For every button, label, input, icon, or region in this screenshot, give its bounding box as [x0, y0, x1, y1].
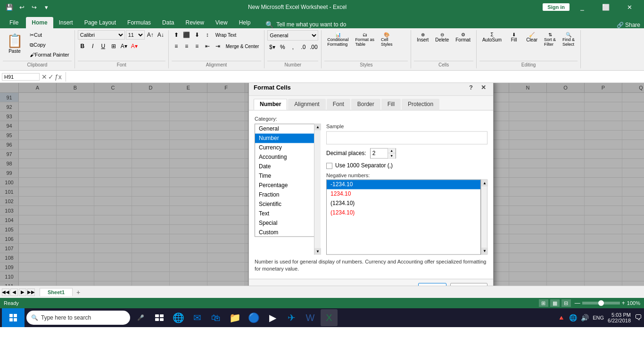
confirm-formula-btn[interactable]: ✓ — [48, 73, 54, 81]
excel-taskbar-icon[interactable]: X — [321, 309, 338, 326]
merge-center-button[interactable]: Merge & Center — [223, 41, 262, 51]
close-button[interactable]: ✕ — [619, 0, 640, 14]
dialog-tab-border[interactable]: Border — [351, 99, 380, 110]
fill-btn[interactable]: ⬇ Fill — [505, 30, 522, 44]
format-btn[interactable]: ⚙ Format — [453, 30, 473, 44]
start-button[interactable] — [2, 308, 25, 327]
edge-icon[interactable]: 🌐 — [170, 309, 187, 326]
cat-item-currency[interactable]: Currency — [255, 143, 320, 152]
neg-item-0[interactable]: -1234.10 — [327, 180, 480, 189]
dialog-tab-protection[interactable]: Protection — [402, 99, 439, 110]
cat-item-accounting[interactable]: Accounting — [255, 152, 320, 162]
increase-decimal-btn[interactable]: .00 — [309, 42, 318, 52]
currency-btn[interactable]: $▾ — [267, 42, 277, 52]
font-size-select[interactable]: 11 — [126, 30, 145, 40]
font-name-select[interactable]: Calibri — [78, 30, 125, 40]
normal-view-btn[interactable]: ⊞ — [539, 299, 548, 307]
cat-scroll-up[interactable]: ▲ — [314, 123, 321, 130]
zoom-out-btn[interactable]: — — [575, 300, 580, 306]
tab-help[interactable]: Help — [233, 17, 256, 28]
redo-qa-btn[interactable]: ↪ — [28, 1, 40, 13]
zoom-slider[interactable] — [582, 302, 620, 304]
cat-item-text[interactable]: Text — [255, 209, 320, 218]
network-icon[interactable]: 🌐 — [569, 314, 577, 321]
category-list[interactable]: GeneralNumberCurrencyAccountingDateTimeP… — [255, 123, 321, 237]
align-middle-btn[interactable]: ⬛ — [182, 30, 191, 40]
media-icon[interactable]: ▶ — [264, 309, 281, 326]
cancel-button[interactable]: Cancel — [450, 283, 487, 286]
cut-button[interactable]: ✂ Cut — [27, 30, 72, 40]
neg-item-2[interactable]: (1234.10) — [327, 198, 480, 208]
undo-qa-btn[interactable]: ↩ — [16, 1, 27, 13]
decrease-font-btn[interactable]: A↓ — [156, 30, 165, 40]
task-view-btn[interactable] — [151, 309, 168, 326]
cat-item-date[interactable]: Date — [255, 162, 320, 171]
neg-item-3[interactable]: (1234.10) — [327, 208, 480, 217]
decimal-up-btn[interactable]: ▲ — [388, 148, 396, 153]
restore-button[interactable]: ⬜ — [595, 0, 617, 14]
align-center-btn[interactable]: ≡ — [182, 41, 191, 51]
italic-button[interactable]: I — [88, 41, 98, 51]
border-button[interactable]: ⊞ — [109, 41, 118, 51]
mail-icon[interactable]: ✉ — [189, 309, 206, 326]
neg-scroll-up[interactable]: ▲ — [481, 180, 488, 186]
notification-icon[interactable]: 🗨 — [635, 313, 642, 322]
copy-button[interactable]: ⧉ Copy — [27, 40, 72, 49]
save-qa-btn[interactable]: 💾 — [4, 1, 15, 13]
share-button[interactable]: 🔗 Share — [617, 22, 640, 28]
sheet-prev-first-btn[interactable]: ◀◀ — [2, 288, 9, 296]
tab-insert[interactable]: Insert — [53, 17, 79, 28]
word-icon[interactable]: W — [302, 309, 319, 326]
add-sheet-btn[interactable]: + — [74, 288, 83, 297]
delete-btn[interactable]: ⊖ Delete — [432, 30, 452, 44]
decimal-input[interactable] — [371, 148, 388, 158]
telegram-icon[interactable]: ✈ — [283, 309, 300, 326]
cancel-formula-btn[interactable]: ✕ — [41, 73, 47, 81]
conditional-formatting-btn[interactable]: 📊 ConditionalFormatting — [324, 30, 351, 49]
tab-home[interactable]: Home — [26, 17, 53, 28]
decimal-down-btn[interactable]: ▼ — [388, 153, 396, 158]
insert-function-btn[interactable]: ƒx — [55, 73, 62, 81]
ok-button[interactable]: OK — [418, 283, 446, 286]
sort-filter-btn[interactable]: ⇅ Sort &Filter — [541, 30, 559, 49]
cat-item-special[interactable]: Special — [255, 218, 320, 228]
bold-button[interactable]: B — [78, 41, 87, 51]
font-color-btn[interactable]: A▾ — [130, 41, 139, 51]
clear-btn[interactable]: 🧹 Clear — [523, 30, 540, 44]
comma-btn[interactable]: , — [288, 42, 297, 52]
tell-me-text[interactable]: Tell me what you want to do — [276, 21, 346, 28]
dialog-tab-number[interactable]: Number — [254, 99, 287, 110]
page-break-view-btn[interactable]: ⊟ — [561, 299, 571, 307]
name-box[interactable] — [2, 73, 40, 81]
zoom-in-btn[interactable]: + — [622, 300, 625, 306]
sheet-prev-btn[interactable]: ◀ — [10, 288, 18, 296]
indent-increase-btn[interactable]: ⇥ — [213, 41, 223, 51]
cell-styles-btn[interactable]: 🎨 CellStyles — [378, 30, 396, 49]
tab-view[interactable]: View — [210, 17, 233, 28]
dialog-tab-fill[interactable]: Fill — [381, 99, 401, 110]
tab-file[interactable]: File — [2, 17, 26, 28]
align-right-btn[interactable]: ≡ — [192, 41, 202, 51]
fill-color-btn[interactable]: A▾ — [119, 41, 129, 51]
separator-checkbox[interactable] — [326, 163, 332, 169]
tab-formulas[interactable]: Formulas — [122, 17, 157, 28]
find-select-btn[interactable]: 🔍 Find &Select — [560, 30, 578, 49]
negative-list[interactable]: -1234.101234.10(1234.10)(1234.10) — [326, 179, 481, 255]
cat-item-scientific[interactable]: Scientific — [255, 199, 320, 209]
volume-icon[interactable]: 🔊 — [581, 314, 589, 321]
cat-item-fraction[interactable]: Fraction — [255, 190, 320, 199]
formula-input[interactable] — [70, 74, 642, 80]
underline-button[interactable]: U — [99, 41, 108, 51]
sign-in-button[interactable]: Sign in — [543, 3, 570, 11]
dialog-close-btn[interactable]: ✕ — [478, 83, 488, 92]
text-direction-btn[interactable]: ↕ — [203, 30, 212, 40]
neg-scroll-down[interactable]: ▼ — [481, 247, 488, 254]
tab-review[interactable]: Review — [180, 17, 209, 28]
chrome-icon[interactable]: 🔵 — [245, 309, 262, 326]
cat-item-percentage[interactable]: Percentage — [255, 181, 320, 190]
align-top-btn[interactable]: ⬆ — [172, 30, 181, 40]
increase-font-btn[interactable]: A↑ — [146, 30, 155, 40]
align-left-btn[interactable]: ≡ — [172, 41, 181, 51]
dropdown-qa-btn[interactable]: ▾ — [41, 1, 52, 13]
minimize-button[interactable]: ⎯ — [571, 0, 593, 14]
